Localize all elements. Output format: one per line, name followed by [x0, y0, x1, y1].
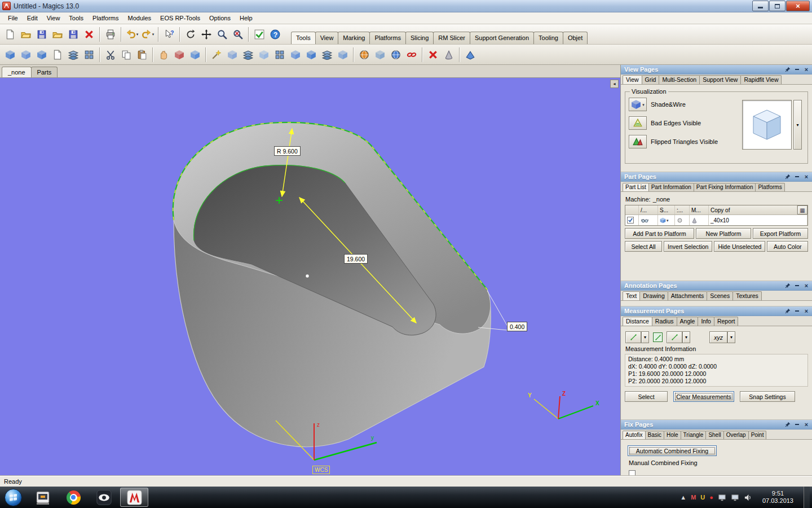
- ptab-basic[interactable]: Basic: [645, 431, 664, 439]
- ptab-text[interactable]: Text: [623, 291, 640, 300]
- viewport-3d[interactable]: z y Y X Z R 9.600 19.600 0.400 WCS ◄: [0, 78, 620, 476]
- rtab-platforms[interactable]: Platforms: [369, 32, 405, 44]
- export-platform-button[interactable]: Export Platform: [753, 228, 808, 239]
- clear-measurements-button[interactable]: Clear Measurements: [673, 391, 734, 402]
- taskbar-app-viewer[interactable]: [90, 488, 118, 507]
- slice-stack-button[interactable]: [240, 47, 256, 62]
- automatic-combined-fixing-button[interactable]: Automatic Combined Fixing: [628, 445, 717, 456]
- rtab-marking[interactable]: Marking: [338, 32, 370, 44]
- taskbar-app-chrome[interactable]: [59, 488, 87, 507]
- distance-measure-label[interactable]: 19.600: [344, 254, 368, 264]
- collapse-dock-button[interactable]: ◄: [610, 80, 619, 88]
- ptab-part-information[interactable]: Part Information: [648, 183, 694, 191]
- tray-app-u-icon[interactable]: U: [700, 494, 705, 501]
- vtab-parts[interactable]: Parts: [31, 67, 58, 77]
- menu-view[interactable]: View: [42, 13, 65, 23]
- ptab-autofix[interactable]: Autofix: [623, 431, 646, 439]
- cut-button[interactable]: [103, 47, 118, 62]
- ptab-report[interactable]: Report: [714, 317, 739, 326]
- help-button[interactable]: [267, 27, 283, 42]
- close-button[interactable]: ×: [786, 1, 810, 11]
- menu-options[interactable]: Options: [205, 13, 235, 23]
- ptab-overlap[interactable]: Overlap: [723, 431, 749, 439]
- ptab-distance[interactable]: Distance: [623, 317, 652, 326]
- part-table-row[interactable]: ▾ _40x10: [625, 215, 807, 225]
- section-view-button[interactable]: [372, 47, 388, 62]
- hide-unselected-button[interactable]: Hide Unselected: [714, 241, 765, 252]
- rtab-tooling[interactable]: Tooling: [533, 32, 563, 44]
- undo-button[interactable]: ▾: [124, 27, 140, 42]
- bad-edges-button[interactable]: [629, 116, 647, 130]
- pin-icon[interactable]: [784, 173, 791, 180]
- part-pages-header[interactable]: Part Pages ×: [621, 172, 812, 182]
- copy-part-button[interactable]: [34, 47, 50, 62]
- ghost-part-button[interactable]: [256, 47, 272, 62]
- cube-icon[interactable]: [660, 217, 666, 224]
- measure-target-dropdown[interactable]: ▾: [682, 331, 690, 343]
- taskbar-app-magics[interactable]: [120, 488, 148, 507]
- tray-alert-icon[interactable]: ●: [709, 494, 713, 501]
- snap-settings-button[interactable]: Snap Settings: [740, 391, 795, 402]
- link-parts-button[interactable]: [404, 47, 420, 62]
- rtab-support-generation[interactable]: Support Generation: [470, 32, 534, 44]
- ptab-hole[interactable]: Hole: [664, 431, 681, 439]
- gap-measure-label[interactable]: 0.400: [507, 322, 527, 331]
- col-header[interactable]: /...: [639, 205, 658, 214]
- view-cube-preview[interactable]: [742, 100, 792, 150]
- magic-tool-button[interactable]: [209, 47, 224, 62]
- show-desktop-button[interactable]: [804, 487, 810, 508]
- part-name[interactable]: _40x10: [709, 215, 807, 225]
- column-config-button[interactable]: ▦: [797, 205, 807, 214]
- redo-button[interactable]: ▾: [140, 27, 156, 42]
- add-part-button[interactable]: [171, 47, 187, 62]
- array-parts-button[interactable]: [272, 47, 288, 62]
- new-platform-button[interactable]: New Platform: [696, 228, 751, 239]
- menu-tools[interactable]: Tools: [64, 13, 88, 23]
- paste-button[interactable]: [134, 47, 150, 62]
- invert-selection-button[interactable]: Invert Selection: [664, 241, 712, 252]
- close-panel-icon[interactable]: ×: [803, 173, 810, 180]
- measure-mode-dropdown[interactable]: ▾: [641, 331, 649, 343]
- minimize-panel-icon[interactable]: [793, 66, 800, 73]
- menu-file[interactable]: File: [3, 13, 23, 23]
- measure-target-button[interactable]: [667, 331, 682, 343]
- rtab-tools[interactable]: Tools: [291, 32, 316, 44]
- pin-icon[interactable]: [784, 66, 791, 73]
- pin-icon[interactable]: [784, 282, 791, 289]
- sphere-orange-button[interactable]: [356, 47, 372, 62]
- zoom-view-button[interactable]: [214, 27, 230, 42]
- ptab-multi-section[interactable]: Multi-Section: [659, 75, 700, 84]
- ptab-rapidfit-view[interactable]: Rapidfit View: [740, 75, 782, 84]
- minimize-panel-icon[interactable]: [793, 421, 800, 428]
- ptab-support-view[interactable]: Support View: [699, 75, 741, 84]
- select-button[interactable]: Select: [625, 391, 668, 402]
- coordinate-mode-button[interactable]: xyz: [709, 331, 727, 343]
- minimize-panel-icon[interactable]: [793, 308, 800, 314]
- translate-part-button[interactable]: [224, 47, 240, 62]
- menu-help[interactable]: Help: [235, 13, 257, 23]
- part-stack-button[interactable]: [65, 47, 81, 62]
- flipped-triangles-button[interactable]: [629, 135, 647, 148]
- rtab-slicing[interactable]: Slicing: [405, 32, 434, 44]
- tray-network-icon[interactable]: [731, 493, 739, 502]
- pan-view-button[interactable]: [198, 27, 214, 42]
- save-platform-button[interactable]: [65, 27, 81, 42]
- new-file-button[interactable]: [2, 27, 18, 42]
- remove-tool-button[interactable]: [425, 47, 441, 62]
- maximize-button[interactable]: [769, 1, 785, 11]
- ptab-shell[interactable]: Shell: [705, 431, 723, 439]
- ptab-view[interactable]: View: [623, 75, 642, 84]
- ptab-scenes[interactable]: Scenes: [707, 291, 733, 300]
- close-panel-icon[interactable]: ×: [803, 282, 810, 289]
- pin-icon[interactable]: [784, 308, 791, 314]
- ptab-part-fixing-information[interactable]: Part Fixing Information: [694, 183, 756, 191]
- ptab-part-list[interactable]: Part List: [623, 183, 649, 191]
- view-preset-dropdown[interactable]: ▾: [793, 100, 802, 150]
- vtab-none[interactable]: _none: [2, 67, 32, 77]
- grab-button[interactable]: [156, 47, 171, 62]
- fix-pages-header[interactable]: Fix Pages ×: [621, 420, 812, 430]
- ptab-info[interactable]: Info: [698, 317, 714, 326]
- save-file-button[interactable]: [34, 27, 50, 42]
- partial-checkbox[interactable]: [629, 470, 636, 476]
- bounding-box-button[interactable]: [335, 47, 351, 62]
